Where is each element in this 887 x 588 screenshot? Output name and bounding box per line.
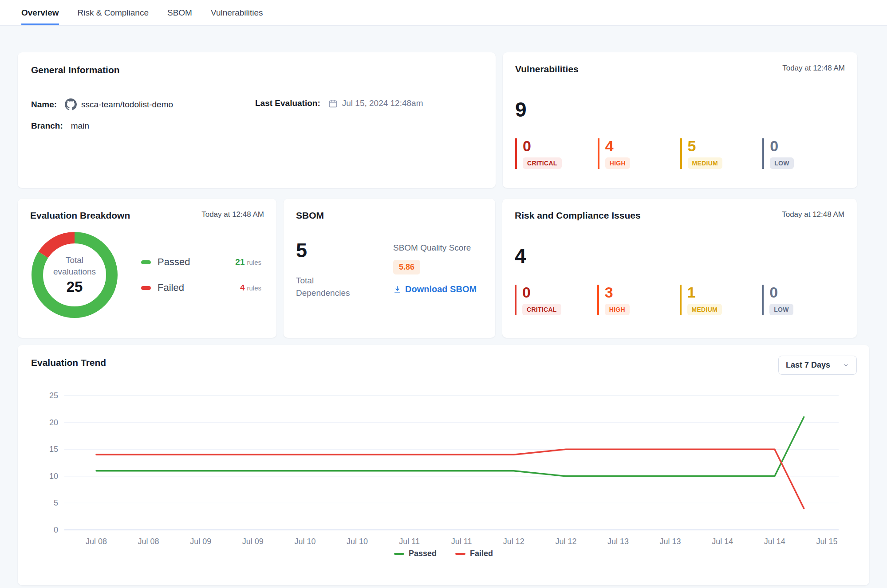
- vulnerabilities-title: Vulnerabilities: [515, 64, 579, 74]
- passed-unit: rules: [247, 259, 261, 266]
- risk-compliance-title: Risk and Compliance Issues: [515, 210, 641, 221]
- donut-total-value: 25: [67, 278, 83, 295]
- risk-severity-critical: 0 CRITICAL: [515, 285, 597, 315]
- medium-count: 5: [688, 138, 763, 153]
- download-sbom-label: Download SBOM: [405, 284, 477, 294]
- svg-text:Jul 11: Jul 11: [451, 537, 472, 546]
- svg-text:10: 10: [49, 472, 58, 481]
- vulnerabilities-severity-row: 0 CRITICAL 4 HIGH 5 MEDIUM 0 LOW: [515, 138, 845, 169]
- risk-severity-row: 0 CRITICAL 3 HIGH 1 MEDIUM 0 LOW: [515, 285, 844, 315]
- svg-text:Jul 12: Jul 12: [503, 537, 524, 546]
- failed-label: Failed: [158, 282, 240, 294]
- sbom-quality-score-label: SBOM Quality Score: [393, 243, 477, 253]
- sbom-quality-score-value: 5.86: [393, 260, 420, 274]
- svg-text:Jul 10: Jul 10: [347, 537, 368, 546]
- svg-text:Jul 13: Jul 13: [660, 537, 681, 546]
- low-count: 0: [770, 138, 845, 153]
- branch-label: Branch:: [31, 121, 63, 131]
- severity-high: 4 HIGH: [598, 138, 680, 169]
- evaluations-donut-chart: Total evaluations 25: [30, 231, 119, 319]
- trend-legend-passed: Passed: [394, 549, 437, 558]
- failed-unit: rules: [247, 284, 261, 292]
- risk-medium-badge: MEDIUM: [687, 304, 722, 315]
- svg-text:5: 5: [54, 498, 58, 507]
- risk-high-badge: HIGH: [605, 304, 630, 315]
- name-label: Name:: [31, 100, 57, 110]
- last-evaluation-value: Jul 15, 2024 12:48am: [342, 98, 423, 108]
- svg-text:Jul 08: Jul 08: [138, 537, 159, 546]
- sbom-card: SBOM 5 Total Dependencies SBOM Quality S…: [284, 199, 495, 338]
- dashboard-content: General Information Name: ssca-team/todo…: [0, 26, 887, 585]
- risk-compliance-total: 4: [515, 246, 844, 266]
- donut-center-label-2: evaluations: [53, 266, 96, 278]
- failed-line-swatch: [455, 553, 465, 555]
- total-dependencies-value: 5: [296, 240, 376, 260]
- evaluation-breakdown-timestamp: Today at 12:48 AM: [201, 210, 264, 219]
- risk-severity-medium: 1 MEDIUM: [680, 285, 762, 315]
- risk-compliance-card: Risk and Compliance Issues Today at 12:4…: [502, 199, 857, 338]
- svg-text:0: 0: [54, 525, 58, 534]
- risk-severity-low: 0 LOW: [762, 285, 844, 315]
- medium-badge: MEDIUM: [688, 157, 723, 169]
- risk-medium-count: 1: [687, 285, 762, 300]
- failed-swatch: [141, 286, 151, 290]
- general-information-title: General Information: [31, 65, 482, 75]
- passed-label: Passed: [158, 256, 235, 268]
- svg-text:20: 20: [49, 418, 58, 427]
- risk-low-count: 0: [769, 285, 844, 300]
- donut-center-label-1: Total: [53, 255, 96, 266]
- total-dependencies-label-1: Total: [296, 274, 376, 287]
- svg-text:Jul 08: Jul 08: [86, 537, 107, 546]
- risk-low-badge: LOW: [769, 304, 793, 315]
- vertical-divider: [376, 240, 376, 311]
- svg-text:Jul 12: Jul 12: [555, 537, 576, 546]
- svg-text:15: 15: [49, 445, 58, 454]
- evaluation-trend-chart: 0510152025Jul 08Jul 08Jul 09Jul 09Jul 10…: [31, 389, 844, 547]
- legend-row-passed: Passed 21rules: [141, 256, 261, 268]
- calendar-icon: [328, 99, 338, 108]
- legend-row-failed: Failed 4rules: [141, 282, 261, 294]
- failed-count: 4: [240, 283, 245, 292]
- evaluation-breakdown-title: Evaluation Breakdown: [30, 210, 130, 221]
- trend-legend: Passed Failed: [31, 549, 856, 558]
- svg-text:Jul 09: Jul 09: [242, 537, 264, 546]
- sbom-title: SBOM: [296, 210, 483, 221]
- github-icon: [65, 98, 77, 110]
- low-badge: LOW: [770, 157, 794, 169]
- trend-failed-label: Failed: [470, 549, 493, 558]
- risk-compliance-timestamp: Today at 12:48 AM: [782, 210, 844, 219]
- tab-overview[interactable]: Overview: [21, 0, 59, 25]
- evaluation-trend-card: Evaluation Trend Last 7 Days 0510152025J…: [18, 345, 869, 585]
- trend-legend-failed: Failed: [455, 549, 493, 558]
- evaluation-breakdown-card: Evaluation Breakdown Today at 12:48 AM T…: [18, 199, 276, 338]
- repo-name-row: Name: ssca-team/todolist-demo: [31, 98, 255, 110]
- svg-text:25: 25: [49, 391, 58, 400]
- download-sbom-link[interactable]: Download SBOM: [393, 284, 477, 294]
- svg-text:Jul 11: Jul 11: [399, 537, 420, 546]
- last-evaluation-row: Last Evaluation: Jul 15, 2024 12:48am: [255, 98, 482, 108]
- repo-name-value: ssca-team/todolist-demo: [81, 100, 173, 110]
- tab-vulnerabilities[interactable]: Vulnerabilities: [211, 0, 263, 25]
- date-range-dropdown[interactable]: Last 7 Days: [778, 356, 857, 375]
- total-dependencies-label-2: Dependencies: [296, 287, 376, 299]
- severity-low: 0 LOW: [762, 138, 845, 169]
- svg-text:Jul 13: Jul 13: [607, 537, 629, 546]
- critical-count: 0: [523, 138, 598, 153]
- risk-critical-badge: CRITICAL: [522, 304, 561, 315]
- critical-badge: CRITICAL: [523, 157, 562, 169]
- branch-value: main: [71, 121, 89, 131]
- svg-text:Jul 10: Jul 10: [294, 537, 315, 546]
- severity-critical: 0 CRITICAL: [515, 138, 598, 169]
- vulnerabilities-timestamp: Today at 12:48 AM: [782, 64, 845, 73]
- tab-bar: Overview Risk & Compliance SBOM Vulnerab…: [0, 0, 887, 26]
- download-icon: [393, 285, 402, 294]
- last-evaluation-label: Last Evaluation:: [255, 98, 320, 108]
- risk-high-count: 3: [605, 285, 680, 300]
- high-count: 4: [605, 138, 680, 153]
- high-badge: HIGH: [605, 157, 630, 169]
- passed-swatch: [141, 260, 151, 264]
- svg-text:Jul 15: Jul 15: [816, 537, 837, 546]
- tab-risk-compliance[interactable]: Risk & Compliance: [78, 0, 149, 25]
- tab-sbom[interactable]: SBOM: [167, 0, 192, 25]
- vulnerabilities-total: 9: [515, 99, 845, 120]
